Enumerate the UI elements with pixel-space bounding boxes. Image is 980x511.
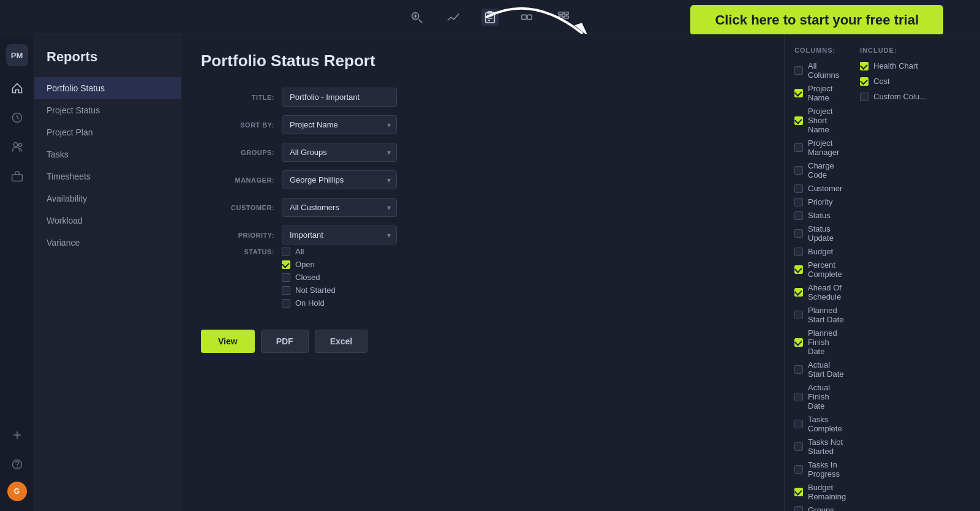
groups-select[interactable]: All Groups Group 1 Group 2 [282,143,397,162]
col-status-update-checkbox[interactable] [794,229,803,238]
col-percent-complete-checkbox[interactable] [794,265,803,274]
col-ahead-of-schedule[interactable]: Ahead Of Schedule [794,283,848,301]
col-priority-checkbox[interactable] [794,198,803,206]
col-customer-checkbox[interactable] [794,184,803,193]
col-tasks-complete-checkbox[interactable] [794,420,803,428]
action-buttons: View PDF Excel [201,330,764,353]
col-budget[interactable]: Budget [794,247,848,256]
status-not-started[interactable]: Not Started [282,286,397,295]
include-cost[interactable]: Cost [860,77,970,86]
col-customer[interactable]: Customer [794,184,848,193]
excel-button[interactable]: Excel [315,330,368,353]
nav-help[interactable] [5,452,29,477]
col-tasks-in-progress[interactable]: Tasks In Progress [794,460,848,479]
col-groups-label: Groups [808,505,834,511]
col-actual-start-checkbox[interactable] [794,365,803,374]
col-project-manager[interactable]: Project Manager [794,138,848,157]
clipboard-icon[interactable] [481,9,499,26]
chart-icon[interactable] [445,9,462,26]
status-all-checkbox[interactable] [282,248,290,256]
include-custom-columns[interactable]: Custom Colu... [860,92,970,101]
pdf-button[interactable]: PDF [261,330,309,353]
col-tasks-not-started[interactable]: Tasks Not Started [794,437,848,456]
col-project-short-name[interactable]: Project Short Name [794,107,848,134]
sidebar-item-tasks[interactable]: Tasks [34,143,181,165]
view-button[interactable]: View [201,330,255,353]
col-planned-finish-checkbox[interactable] [794,338,803,347]
col-project-manager-checkbox[interactable] [794,143,803,152]
link-icon[interactable] [518,9,535,26]
status-closed[interactable]: Closed [282,273,397,282]
col-actual-start[interactable]: Actual Start Date [794,360,848,379]
col-status-update[interactable]: Status Update [794,224,848,243]
sidebar-item-variance[interactable]: Variance [34,232,181,254]
col-tasks-complete[interactable]: Tasks Complete [794,415,848,433]
col-ahead-of-schedule-checkbox[interactable] [794,288,803,297]
col-charge-code[interactable]: Charge Code [794,161,848,180]
nav-users[interactable] [5,135,29,159]
col-tasks-not-started-checkbox[interactable] [794,442,803,451]
col-budget-remaining-checkbox[interactable] [794,488,803,496]
include-health-chart[interactable]: Health Chart [860,61,970,70]
col-planned-finish[interactable]: Planned Finish Date [794,328,848,356]
col-project-short-name-checkbox[interactable] [794,116,803,125]
customer-select[interactable]: All Customers Customer 1 Customer 2 [282,198,397,217]
sort-by-select[interactable]: Project Name Project Manager Priority St… [282,115,397,134]
title-input[interactable] [282,88,397,107]
col-groups-checkbox[interactable] [794,506,803,512]
include-health-chart-checkbox[interactable] [860,62,869,70]
sidebar-item-timesheets[interactable]: Timesheets [34,165,181,187]
col-planned-start[interactable]: Planned Start Date [794,306,848,324]
include-custom-columns-checkbox[interactable] [860,93,869,101]
col-budget-remaining[interactable]: Budget Remaining [794,483,848,501]
col-actual-finish-checkbox[interactable] [794,393,803,401]
sidebar-item-project-status[interactable]: Project Status [34,99,181,121]
col-status-checkbox[interactable] [794,211,803,220]
search-zoom-icon[interactable] [408,9,425,26]
status-on-hold[interactable]: On Hold [282,298,397,308]
status-open[interactable]: Open [282,260,397,269]
nav-briefcase[interactable] [5,164,29,189]
col-actual-finish[interactable]: Actual Finish Date [794,383,848,411]
col-status[interactable]: Status [794,211,848,220]
col-all-columns[interactable]: All Columns [794,61,848,80]
status-on-hold-checkbox[interactable] [282,299,290,308]
col-charge-code-checkbox[interactable] [794,166,803,175]
col-priority[interactable]: Priority [794,197,848,206]
include-health-chart-label: Health Chart [873,61,918,70]
col-tasks-in-progress-checkbox[interactable] [794,465,803,474]
nav-add[interactable] [5,423,29,447]
col-all-columns-checkbox[interactable] [794,66,803,75]
col-percent-complete[interactable]: Percent Complete [794,260,848,279]
status-not-started-checkbox[interactable] [282,286,290,295]
col-budget-checkbox[interactable] [794,248,803,256]
nav-timeline[interactable] [5,105,29,130]
col-project-name[interactable]: Project Name [794,84,848,102]
status-closed-checkbox[interactable] [282,273,290,282]
col-planned-start-checkbox[interactable] [794,311,803,319]
status-all[interactable]: All [282,247,397,256]
sidebar-item-availability[interactable]: Availability [34,187,181,210]
user-avatar[interactable]: G [7,482,27,501]
status-open-checkbox[interactable] [282,260,290,269]
columns-panel: COLUMNS: All Columns Project Name Projec… [784,34,980,511]
col-groups[interactable]: Groups [794,505,848,511]
priority-label: PRIORITY: [201,232,274,239]
manager-select[interactable]: George Phillips All Managers John Smith [282,170,397,189]
priority-select[interactable]: Important Critical Normal Low [282,225,397,244]
col-project-short-name-label: Project Short Name [808,107,848,134]
include-cost-checkbox[interactable] [860,77,869,86]
include-custom-columns-label: Custom Colu... [873,92,926,101]
sidebar-item-workload[interactable]: Workload [34,210,181,232]
main-content: Portfolio Status Report TITLE: SORT BY: … [181,34,784,511]
svg-rect-12 [564,12,568,14]
col-tasks-complete-label: Tasks Complete [808,415,848,433]
sidebar-item-project-plan[interactable]: Project Plan [34,121,181,143]
layout-icon[interactable] [555,9,572,26]
app-logo[interactable]: PM [6,44,28,66]
col-ahead-of-schedule-label: Ahead Of Schedule [808,283,848,301]
col-project-name-checkbox[interactable] [794,89,803,97]
nav-home[interactable] [5,76,29,100]
free-trial-banner[interactable]: Click here to start your free trial [690,5,943,36]
sidebar-item-portfolio-status[interactable]: Portfolio Status [34,77,181,99]
